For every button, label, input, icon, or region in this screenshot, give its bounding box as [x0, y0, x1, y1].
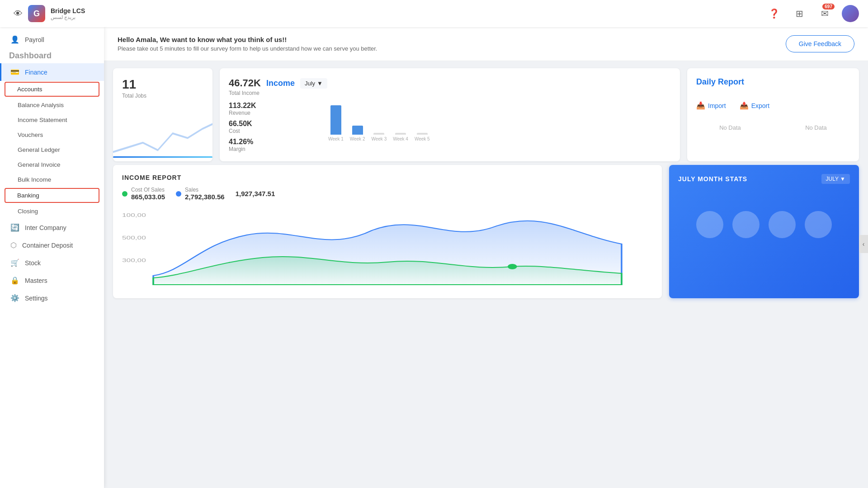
dashboard-label: Dashboard [0, 48, 104, 63]
feedback-banner: Hello Amala, We want to know what you th… [104, 27, 868, 61]
sidebar-item-inter-company[interactable]: 🔄 Inter Company [0, 219, 104, 236]
area-chart-svg: 100,00 500,00 300,00 [122, 208, 653, 289]
give-feedback-button[interactable]: Give Feedback [786, 35, 854, 52]
bar-week4-bar [395, 133, 406, 135]
sidebar-subitem-balance-analysis[interactable]: Balance Analysis [0, 98, 104, 113]
bar-week5: Week 5 [415, 133, 430, 141]
bar-week1: Week 1 [328, 105, 344, 141]
feedback-subtitle: Please take out 5 minutes to fill our su… [118, 45, 777, 52]
help-icon: ❓ [769, 8, 780, 19]
income-stats: 113.22K Revenue 66.50K Cost 41.26% Margi… [229, 102, 319, 152]
income-card: 46.72K Income July ▼ Total Income 113.22… [220, 68, 680, 161]
import-action[interactable]: 📥 Import [696, 101, 726, 110]
margin-val: 41.26% [229, 138, 319, 146]
topbar: 👁 G Bridge LCS بريدج لسس ❓ ⊞ ✉ 697 [0, 0, 868, 27]
help-button[interactable]: ❓ [766, 5, 782, 22]
sidebar-subitem-income-statement[interactable]: Income Statement [0, 113, 104, 127]
daily-col-export: No Data [782, 115, 850, 140]
income-header: 46.72K Income July ▼ Total Income [229, 77, 671, 96]
sidebar-subitem-general-ledger[interactable]: General Ledger [0, 142, 104, 157]
daily-actions: 📥 Import 📤 Export [696, 101, 850, 110]
masters-icon: 🔒 [10, 276, 19, 285]
sidebar-subitem-accounts[interactable]: Accounts [5, 82, 99, 97]
finance-icon: 💳 [10, 68, 19, 76]
sidebar-item-masters[interactable]: 🔒 Masters [0, 272, 104, 289]
income-month-selector[interactable]: July ▼ [300, 78, 327, 89]
legend-cost-of-sales: Cost Of Sales 865,033.05 [122, 187, 165, 201]
export-action[interactable]: 📤 Export [740, 101, 769, 110]
income-total-label: Total Income [229, 90, 327, 96]
feedback-text: Hello Amala, We want to know what you th… [118, 36, 777, 52]
cost-val: 66.50K [229, 120, 319, 128]
import-icon: 📥 [696, 101, 705, 110]
payroll-icon: 👤 [10, 35, 19, 44]
sidebar-subitem-general-invoice[interactable]: General Invoice [0, 157, 104, 172]
sidebar: 👤 Payroll Dashboard 💳 Finance Accounts B… [0, 27, 104, 488]
july-dropdown-icon: ▼ [840, 176, 845, 182]
sidebar-subitem-closing[interactable]: Closing [0, 204, 104, 219]
eye-icon[interactable]: 👁 [14, 9, 23, 19]
svg-text:500,00: 500,00 [122, 235, 146, 240]
top-stats-row: 11 Total Jobs 46.72K Income July ▼ [104, 61, 868, 165]
notifications-button[interactable]: ✉ 697 [816, 5, 833, 22]
legend-total: 1,927,347.51 [236, 187, 275, 201]
july-header: JULY MONTH STATS JULY ▼ [678, 174, 850, 184]
legend-row: Cost Of Sales 865,033.05 Sales 2,792,380… [122, 187, 653, 201]
sidebar-subitem-banking[interactable]: Banking [5, 188, 99, 203]
july-month-selector[interactable]: JULY ▼ [821, 174, 850, 184]
feedback-title: Hello Amala, We want to know what you th… [118, 36, 777, 43]
cost-of-sales-dot [122, 191, 127, 197]
revenue-label: Revenue [229, 110, 319, 116]
bar-week2-bar [352, 126, 363, 135]
cost-label: Cost [229, 128, 319, 134]
dropdown-arrow-icon: ▼ [317, 80, 323, 87]
july-circles [678, 211, 850, 238]
container-deposit-icon: ⬡ [10, 241, 17, 249]
sidebar-item-container-deposit[interactable]: ⬡ Container Deposit [0, 236, 104, 254]
sidebar-item-finance[interactable]: 💳 Finance [0, 63, 104, 81]
collapse-panel-button[interactable]: ‹ [859, 235, 868, 253]
jobs-progress-bar [113, 156, 212, 158]
notification-badge: 697 [822, 4, 835, 9]
sidebar-item-settings[interactable]: ⚙️ Settings [0, 289, 104, 307]
sidebar-subitem-vouchers[interactable]: Vouchers [0, 127, 104, 142]
brand-info: Bridge LCS بريدج لسس [51, 7, 85, 20]
sidebar-item-stock[interactable]: 🛒 Stock [0, 254, 104, 272]
inter-company-icon: 🔄 [10, 223, 19, 232]
bar-week3-bar [373, 133, 384, 135]
bell-icon: ✉ [821, 8, 829, 19]
jobs-card: 11 Total Jobs [113, 68, 212, 161]
july-stats-card: JULY MONTH STATS JULY ▼ [669, 165, 859, 298]
bar-week2: Week 2 [350, 126, 365, 141]
topbar-actions: ❓ ⊞ ✉ 697 [766, 5, 859, 22]
main-content: Hello Amala, We want to know what you th… [104, 27, 868, 488]
income-title: Income [266, 79, 295, 88]
sales-dot [176, 191, 181, 197]
daily-report-title: Daily Report [696, 77, 744, 87]
export-icon: 📤 [740, 101, 749, 110]
cost-dot-marker [508, 264, 517, 269]
bar-week1-bar [330, 105, 341, 135]
area-chart: 100,00 500,00 300,00 [122, 208, 653, 289]
margin-label: Margin [229, 146, 319, 152]
july-title: JULY MONTH STATS [678, 175, 747, 183]
july-circle-3 [769, 211, 796, 238]
svg-text:300,00: 300,00 [122, 258, 146, 263]
user-avatar[interactable] [842, 5, 859, 22]
sidebar-item-payroll[interactable]: 👤 Payroll [0, 31, 104, 48]
legend-sales: Sales 2,792,380.56 [176, 187, 225, 201]
july-circle-1 [696, 211, 723, 238]
bar-week4: Week 4 [393, 133, 408, 141]
bar-week5-bar [417, 133, 428, 135]
income-bar-chart: Week 1 Week 2 Week 3 Week 4 [328, 102, 671, 152]
revenue-val: 113.22K [229, 102, 319, 110]
bottom-row: INCOME REPORT Cost Of Sales 865,033.05 S… [104, 165, 868, 305]
finance-submenu: Accounts Balance Analysis Income Stateme… [0, 82, 104, 219]
income-report-title: INCOME REPORT [122, 174, 653, 181]
grid-button[interactable]: ⊞ [791, 5, 807, 22]
daily-section: No Data No Data [696, 115, 850, 140]
july-circle-4 [805, 211, 832, 238]
daily-col-import: No Data [696, 115, 764, 140]
sidebar-subitem-bulk-income[interactable]: Bulk Income [0, 172, 104, 187]
jobs-count: 11 [122, 77, 203, 92]
